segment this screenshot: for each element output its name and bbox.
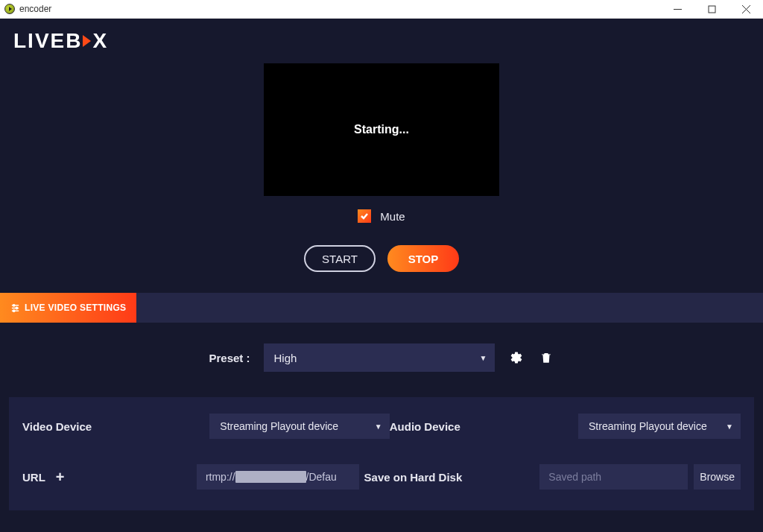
svg-point-8 <box>16 307 17 308</box>
preset-settings-button[interactable] <box>508 349 525 366</box>
start-button[interactable]: START <box>304 245 376 272</box>
window-minimize-button[interactable] <box>660 0 694 19</box>
video-device-select[interactable]: Streaming Playout device ▼ <box>209 414 389 439</box>
window-close-button[interactable] <box>729 0 763 19</box>
gear-icon <box>510 351 523 364</box>
url-label: URL <box>22 471 45 484</box>
audio-device-label: Audio Device <box>390 420 578 433</box>
preview-status-text: Starting... <box>354 123 409 136</box>
preset-value: High <box>274 352 297 364</box>
preset-select[interactable]: High ▼ <box>264 343 495 372</box>
window-titlebar: encoder <box>0 0 763 19</box>
app-icon <box>4 4 15 14</box>
window-maximize-button[interactable] <box>694 0 729 19</box>
mute-label: Mute <box>380 210 405 223</box>
video-device-value: Streaming Playout device <box>220 420 338 432</box>
logo-bar: LIVEBX <box>0 19 763 59</box>
add-url-button[interactable]: + <box>56 469 65 486</box>
url-input[interactable]: rtmp://xxxxxxxxxxxxx/Defau <box>197 464 359 490</box>
tab-label: LIVE VIDEO SETTINGS <box>25 303 126 313</box>
logo-text-1: LIVEB <box>13 29 82 53</box>
video-device-label: Video Device <box>22 420 209 433</box>
browse-button[interactable]: Browse <box>694 464 741 490</box>
settings-tabbar: LIVE VIDEO SETTINGS <box>0 293 763 323</box>
svg-point-7 <box>13 304 14 305</box>
audio-device-select[interactable]: Streaming Playout device ▼ <box>578 414 741 439</box>
app-logo: LIVEBX <box>13 29 108 53</box>
mute-checkbox[interactable] <box>358 209 371 223</box>
trash-icon <box>539 351 553 364</box>
chevron-down-icon: ▼ <box>480 354 487 362</box>
svg-point-9 <box>13 310 14 311</box>
device-settings-panel: Video Device Streaming Playout device ▼ … <box>9 397 754 510</box>
app-body: LIVEBX Starting... Mute START STOP LIVE … <box>0 19 763 532</box>
sliders-icon <box>10 303 20 313</box>
logo-arrow-icon <box>83 35 91 47</box>
video-preview: Starting... <box>264 63 499 196</box>
preset-label: Preset : <box>209 352 250 364</box>
svg-rect-1 <box>709 6 715 13</box>
tab-live-video-settings[interactable]: LIVE VIDEO SETTINGS <box>0 293 136 323</box>
chevron-down-icon: ▼ <box>726 422 733 431</box>
saved-path-input[interactable] <box>539 464 688 490</box>
stop-button[interactable]: STOP <box>387 245 459 272</box>
logo-text-2: X <box>92 29 108 53</box>
window-title: encoder <box>19 4 51 14</box>
save-hard-disk-label: Save on Hard Disk <box>364 471 540 484</box>
chevron-down-icon: ▼ <box>375 422 382 431</box>
preset-delete-button[interactable] <box>538 349 554 366</box>
audio-device-value: Streaming Playout device <box>589 420 707 432</box>
